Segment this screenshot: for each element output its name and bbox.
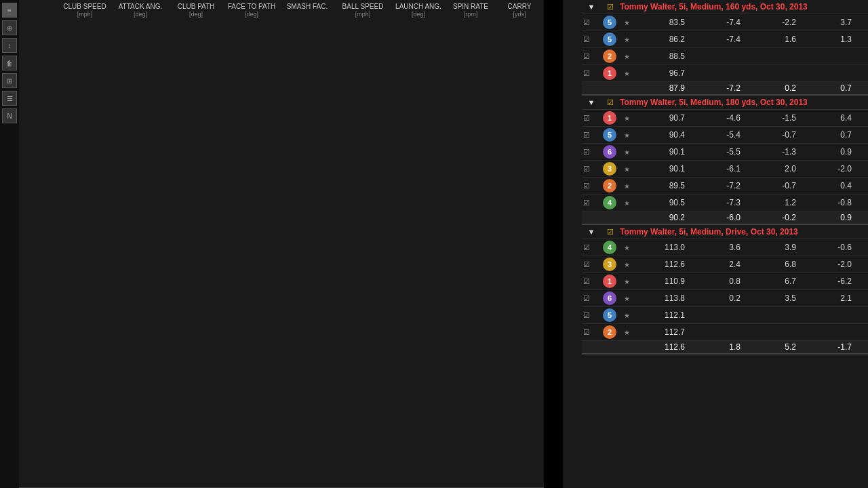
sidebar-grid-icon[interactable]: ⊞ [2, 73, 17, 88]
left-panel: ▼ ☑ Tommy Walter, 5i, Medium, 160 yds, O… [563, 0, 868, 488]
row-attack-ang-0: -4.6 [689, 113, 745, 123]
row-club-path-0: -2.2 [745, 18, 800, 27]
row-attack-ang-5: -7.3 [689, 198, 745, 207]
row-checkbox-3[interactable]: ☑ [583, 294, 590, 303]
row-club-speed-3: 113.8 [633, 293, 689, 303]
row-attack-ang-2: -5.5 [689, 147, 745, 157]
table-row: ☑ 2 ★ 112.7 1.39 156.2 16.1 2397 247.0 [582, 324, 868, 341]
row-num-cell-3: 6 [601, 291, 620, 306]
row-attack-ang-0: -7.4 [689, 18, 745, 27]
group-header-0: ▼ ☑ Tommy Walter, 5i, Medium, 160 yds, O… [582, 0, 868, 14]
row-club-speed-0: 113.0 [633, 243, 689, 252]
row-attack-ang-1: -5.4 [689, 130, 745, 140]
row-smash-1: 1.37 [856, 130, 868, 140]
row-checkbox-cell-0: ☑ [582, 114, 601, 123]
row-checkbox-0[interactable]: ☑ [583, 243, 590, 252]
avg-row-0: 87.9 -7.2 0.2 0.7 1.28 112.3 17.5 7872 1… [582, 82, 868, 96]
sidebar-delete-icon[interactable]: 🗑 [2, 56, 17, 70]
table-row: ☑ 1 ★ 110.9 0.8 6.7 -6.2 1.48 164.5 11.2… [582, 273, 868, 290]
row-club-speed-2: 88.5 [633, 52, 689, 61]
row-num-cell-0: 4 [601, 240, 620, 255]
row-checkbox-0[interactable]: ☑ [583, 114, 590, 123]
row-num-cell-4: 2 [601, 178, 620, 193]
row-face-path-0: 3.7 [800, 18, 856, 27]
row-checkbox-3[interactable]: ☑ [583, 165, 590, 174]
avg-club-speed-2: 112.6 [633, 342, 689, 352]
row-checkbox-5[interactable]: ☑ [583, 199, 590, 207]
row-smash-1: 1.32 [856, 35, 868, 44]
group-arrow-1[interactable]: ▼ [582, 98, 601, 106]
avg-row-1: 90.2 -6.0 -0.2 0.9 1.37 123.7 13.5 6113 … [582, 211, 868, 225]
row-checkbox-1[interactable]: ☑ [583, 131, 590, 140]
row-checkbox-1[interactable]: ☑ [583, 35, 590, 44]
col-face-path: FACE TO PATH [deg] [224, 1, 279, 486]
row-star-2[interactable]: ★ [620, 53, 633, 60]
row-number-0: 4 [603, 241, 616, 254]
table-row: ☑ 3 ★ 90.1 -6.1 2.0 -2.0 1.38 124.1 14.4… [582, 161, 868, 178]
row-club-speed-2: 90.1 [633, 147, 689, 157]
row-club-speed-5: 90.5 [633, 198, 689, 207]
row-face-path-0: 6.4 [800, 113, 856, 123]
row-checkbox-4[interactable]: ☑ [583, 311, 590, 320]
row-smash-2: 1.28 [856, 52, 868, 61]
row-checkbox-4[interactable]: ☑ [583, 182, 590, 190]
row-club-path-2: 6.7 [745, 277, 800, 286]
sidebar-menu-icon[interactable]: ≡ [2, 3, 17, 18]
row-number-4: 5 [603, 308, 616, 322]
row-checkbox-1[interactable]: ☑ [583, 260, 590, 269]
avg-attack-ang-1: -6.0 [689, 213, 745, 222]
data-area[interactable]: ▼ ☑ Tommy Walter, 5i, Medium, 160 yds, O… [582, 0, 868, 488]
row-star-3[interactable]: ★ [620, 70, 633, 77]
group-checkbox-1[interactable]: ☑ [601, 98, 620, 107]
sidebar-n-icon[interactable]: N [2, 108, 17, 123]
row-star-1[interactable]: ★ [620, 261, 633, 268]
row-star-5[interactable]: ★ [620, 329, 633, 336]
avg-smash-1: 1.37 [856, 213, 868, 222]
row-attack-ang-3: -6.1 [689, 164, 745, 174]
row-star-2[interactable]: ★ [620, 148, 633, 156]
row-club-speed-0: 90.7 [633, 113, 689, 123]
row-star-1[interactable]: ★ [620, 36, 633, 43]
group-checkbox-2[interactable]: ☑ [601, 228, 620, 237]
row-checkbox-5[interactable]: ☑ [583, 328, 590, 337]
row-star-0[interactable]: ★ [620, 19, 633, 26]
row-num-cell-3: 1 [601, 66, 620, 81]
row-checkbox-3[interactable]: ☑ [583, 69, 590, 78]
row-club-speed-0: 83.5 [633, 18, 689, 27]
sidebar: ≡ ⊕ ↕ 🗑 ⊞ ☰ N [0, 0, 19, 488]
row-star-2[interactable]: ★ [620, 278, 633, 285]
col-carry: CARRY [yds] [495, 1, 544, 486]
group-checkbox-0[interactable]: ☑ [601, 3, 620, 12]
col-launch-ang: LAUNCH ANG. [deg] [391, 1, 446, 486]
row-checkbox-2[interactable]: ☑ [583, 277, 590, 286]
row-number-3: 3 [603, 162, 616, 176]
row-star-1[interactable]: ★ [620, 131, 633, 139]
sidebar-add-icon[interactable]: ⊕ [2, 20, 17, 35]
avg-face-path-0: 0.7 [800, 83, 856, 93]
row-star-0[interactable]: ★ [620, 244, 633, 251]
row-club-path-3: 2.0 [745, 164, 800, 174]
row-face-path-2: 0.9 [800, 147, 856, 157]
group-arrow-0[interactable]: ▼ [582, 3, 601, 11]
avg-attack-ang-2: 1.8 [689, 342, 745, 352]
row-star-3[interactable]: ★ [620, 165, 633, 173]
row-star-0[interactable]: ★ [620, 115, 633, 122]
row-num-cell-1: 5 [601, 32, 620, 47]
group-arrow-2[interactable]: ▼ [582, 228, 601, 236]
sidebar-sort-icon[interactable]: ↕ [2, 38, 17, 53]
row-star-4[interactable]: ★ [620, 182, 633, 190]
row-checkbox-cell-1: ☑ [582, 35, 601, 44]
sidebar-list-icon[interactable]: ☰ [2, 91, 17, 106]
table-row: ☑ 6 ★ 113.8 0.2 3.5 2.1 1.44 164.4 12.4 … [582, 290, 868, 307]
row-smash-1: 1.46 [856, 260, 868, 269]
row-checkbox-0[interactable]: ☑ [583, 18, 590, 27]
avg-club-path-0: 0.2 [745, 83, 800, 93]
row-checkbox-2[interactable]: ☑ [583, 52, 590, 61]
row-checkbox-2[interactable]: ☑ [583, 148, 590, 157]
col-attack-ang: ATTACK ANG. [deg] [113, 1, 168, 486]
row-star-4[interactable]: ★ [620, 312, 633, 319]
row-star-3[interactable]: ★ [620, 295, 633, 302]
row-club-speed-4: 89.5 [633, 181, 689, 190]
row-attack-ang-1: 2.4 [689, 260, 745, 269]
row-star-5[interactable]: ★ [620, 199, 633, 207]
